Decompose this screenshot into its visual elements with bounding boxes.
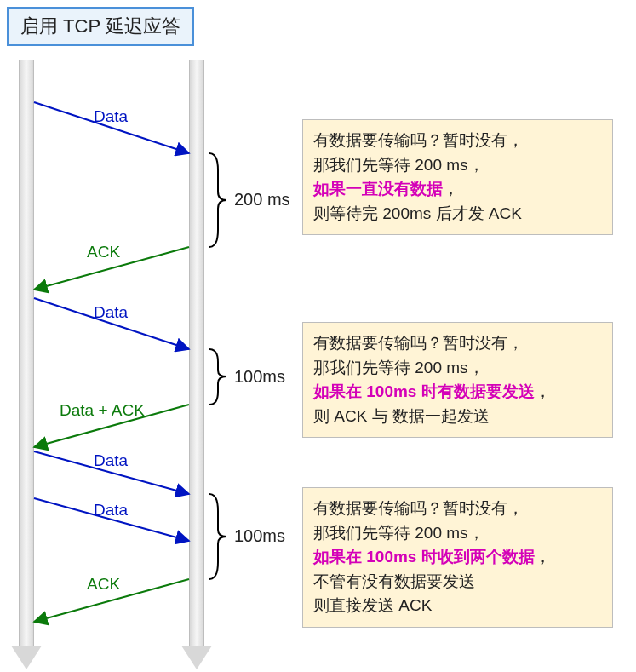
label-ack-1: ACK xyxy=(87,243,120,261)
note-2-line-4: 则 ACK 与 数据一起发送 xyxy=(313,407,490,425)
note-3-line-4: 不管有没有数据要发送 xyxy=(313,572,475,590)
note-2-emphasis: 如果在 100ms 时有数据要发送 xyxy=(313,382,535,400)
timeline-left xyxy=(19,60,34,647)
note-3-emphasis: 如果在 100ms 时收到两个数据 xyxy=(313,548,535,566)
timeline-right-arrowhead xyxy=(181,646,212,669)
brace-label-2: 100ms xyxy=(234,367,285,387)
label-data-1: Data xyxy=(94,107,128,126)
brace-label-3: 100ms xyxy=(234,526,285,546)
note-3-line-2: 那我们先等待 200 ms， xyxy=(313,524,484,542)
note-2-line-1: 有数据要传输吗？暂时没有， xyxy=(313,334,524,352)
note-3-line-5: 则直接发送 ACK xyxy=(313,596,432,614)
note-1-line-1: 有数据要传输吗？暂时没有， xyxy=(313,131,524,149)
label-data-2: Data xyxy=(94,303,128,322)
brace-label-1: 200 ms xyxy=(234,190,290,210)
timeline-right xyxy=(189,60,204,647)
note-3: 有数据要传输吗？暂时没有， 那我们先等待 200 ms， 如果在 100ms 时… xyxy=(302,487,613,628)
label-data-4: Data xyxy=(94,501,128,520)
note-2-em-suffix: ， xyxy=(535,382,551,400)
note-2-line-2: 那我们先等待 200 ms， xyxy=(313,359,484,376)
note-1-emphasis: 如果一直没有数据 xyxy=(313,180,443,198)
note-1-line-2: 那我们先等待 200 ms， xyxy=(313,156,484,174)
note-1-line-4: 则等待完 200ms 后才发 ACK xyxy=(313,204,522,222)
label-data-ack: Data + ACK xyxy=(60,401,145,420)
note-3-line-1: 有数据要传输吗？暂时没有， xyxy=(313,499,524,517)
note-2: 有数据要传输吗？暂时没有， 那我们先等待 200 ms， 如果在 100ms 时… xyxy=(302,322,613,438)
note-1-em-suffix: ， xyxy=(443,180,459,198)
label-data-3: Data xyxy=(94,451,128,470)
timeline-left-arrowhead xyxy=(11,646,42,669)
note-1: 有数据要传输吗？暂时没有， 那我们先等待 200 ms， 如果一直没有数据， 则… xyxy=(302,119,613,235)
label-ack-2: ACK xyxy=(87,575,120,594)
diagram-title: 启用 TCP 延迟应答 xyxy=(7,7,194,46)
note-3-em-suffix: ， xyxy=(535,548,551,566)
